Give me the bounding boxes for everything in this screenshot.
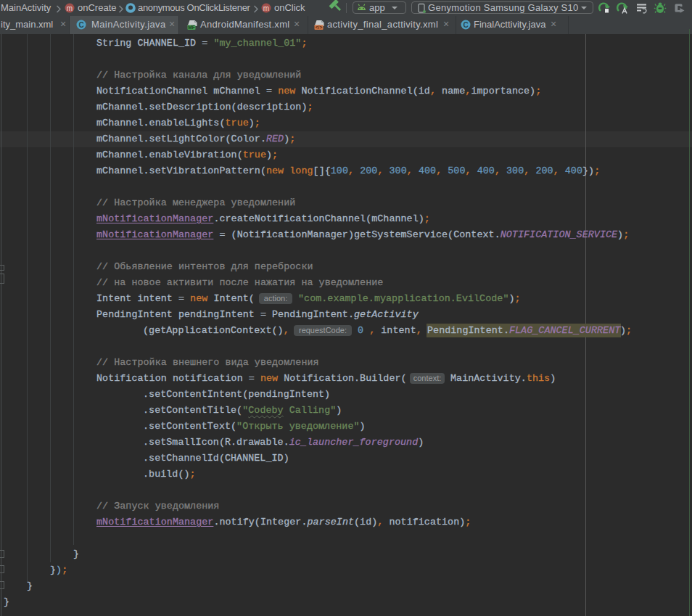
svg-text:m: m	[263, 4, 269, 12]
svg-text:C: C	[78, 21, 83, 29]
svg-text:</>: </>	[316, 25, 323, 30]
svg-text:MF: MF	[188, 25, 194, 30]
svg-text:m: m	[67, 4, 73, 12]
svg-text:C: C	[463, 21, 468, 29]
